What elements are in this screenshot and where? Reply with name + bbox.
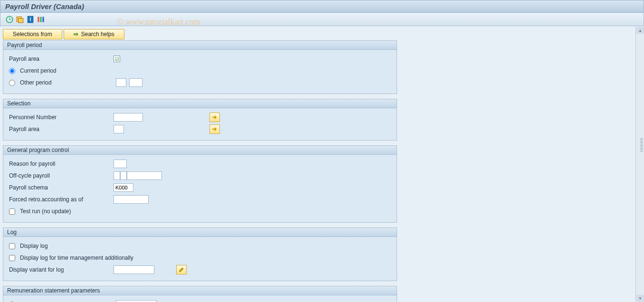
display-log-time-label: Display log for time management addition… xyxy=(20,255,133,261)
svg-rect-7 xyxy=(38,17,39,22)
multiple-selection-button[interactable] xyxy=(209,113,220,122)
group-header: Selection xyxy=(3,99,397,108)
display-log-time-checkbox[interactable] xyxy=(9,255,15,261)
other-period-label: Other period xyxy=(20,79,113,86)
offcycle-input3[interactable] xyxy=(127,171,162,180)
content-area: Selections from ⇨ Search helps Payroll p… xyxy=(0,26,644,302)
payroll-area-input[interactable] xyxy=(114,125,124,133)
search-helps-button[interactable]: ⇨ Search helps xyxy=(64,29,124,39)
display-variant-rem-input[interactable] xyxy=(116,300,157,302)
current-period-label: Current period xyxy=(20,67,57,74)
other-period-field2[interactable] xyxy=(129,78,142,87)
group-header: Remuneration statement parameters xyxy=(3,286,397,295)
vertical-scrollbar[interactable]: ▲ ▼ xyxy=(635,26,644,302)
scroll-down-icon[interactable]: ▼ xyxy=(636,295,644,302)
display-variant-label: Display variant for log xyxy=(9,266,114,273)
forced-retro-label: Forced retro.accounting as of xyxy=(9,196,114,203)
personnel-number-input[interactable] xyxy=(114,113,143,122)
other-period-radio[interactable] xyxy=(9,80,15,86)
group-header: Payroll period xyxy=(3,41,397,50)
personnel-number-label: Personnel Number xyxy=(9,114,114,121)
main-column: Selections from ⇨ Search helps Payroll p… xyxy=(0,26,635,302)
payroll-area-label: Payroll area xyxy=(9,56,114,62)
scroll-up-icon[interactable]: ▲ xyxy=(636,27,644,34)
window-title: Payroll Driver (Canada) xyxy=(5,2,84,10)
reason-label: Reason for payroll xyxy=(9,160,114,167)
offcycle-label: Off-cycle payroll xyxy=(9,172,114,179)
window-title-bar: Payroll Driver (Canada) xyxy=(0,0,644,13)
svg-text:i: i xyxy=(30,17,31,22)
group-header: Log xyxy=(3,228,397,237)
settings-icon[interactable] xyxy=(37,15,45,24)
button-label: Selections from xyxy=(13,31,52,38)
payroll-area-label: Payroll area xyxy=(9,126,114,132)
svg-rect-4 xyxy=(19,18,23,22)
display-variant-input[interactable] xyxy=(114,265,154,274)
test-run-label: Test run (no update) xyxy=(20,208,71,215)
display-log-checkbox[interactable] xyxy=(9,243,15,249)
reason-input[interactable] xyxy=(114,160,127,168)
forced-retro-input[interactable] xyxy=(114,195,149,204)
test-run-checkbox[interactable] xyxy=(9,208,15,215)
group-log: Log Display log Display log for time man… xyxy=(3,227,397,281)
variants-icon[interactable] xyxy=(16,15,24,24)
execute-icon[interactable] xyxy=(5,15,14,24)
info-icon[interactable]: i xyxy=(26,15,35,24)
svg-rect-8 xyxy=(40,17,41,22)
offcycle-input1[interactable] xyxy=(114,171,120,180)
multiple-selection-button[interactable] xyxy=(209,124,220,134)
group-payroll-period: Payroll period Payroll area ☑ Current pe… xyxy=(3,40,397,94)
arrow-right-icon: ⇨ xyxy=(74,31,78,38)
scroll-grip-icon[interactable] xyxy=(640,138,643,151)
current-period-radio[interactable] xyxy=(9,68,15,74)
svg-rect-9 xyxy=(42,17,44,22)
selections-from-button[interactable]: Selections from xyxy=(3,29,62,39)
schema-input[interactable] xyxy=(114,183,133,192)
button-label: Search helps xyxy=(81,31,114,38)
display-log-label: Display log xyxy=(20,243,48,249)
group-header: General program control xyxy=(3,146,397,155)
main-toolbar: i xyxy=(0,13,644,26)
group-general-control: General program control Reason for payro… xyxy=(3,145,397,223)
group-selection: Selection Personnel Number Payroll area xyxy=(3,99,397,141)
f4-indicator-icon[interactable]: ☑ xyxy=(114,56,120,62)
other-period-field1[interactable] xyxy=(116,78,126,87)
schema-label: Payroll schema xyxy=(9,184,114,191)
group-remuneration: Remuneration statement parameters Displa… xyxy=(3,286,397,302)
edit-variant-button[interactable] xyxy=(176,265,187,274)
offcycle-input2[interactable] xyxy=(120,171,127,180)
top-button-row: Selections from ⇨ Search helps xyxy=(3,29,633,39)
